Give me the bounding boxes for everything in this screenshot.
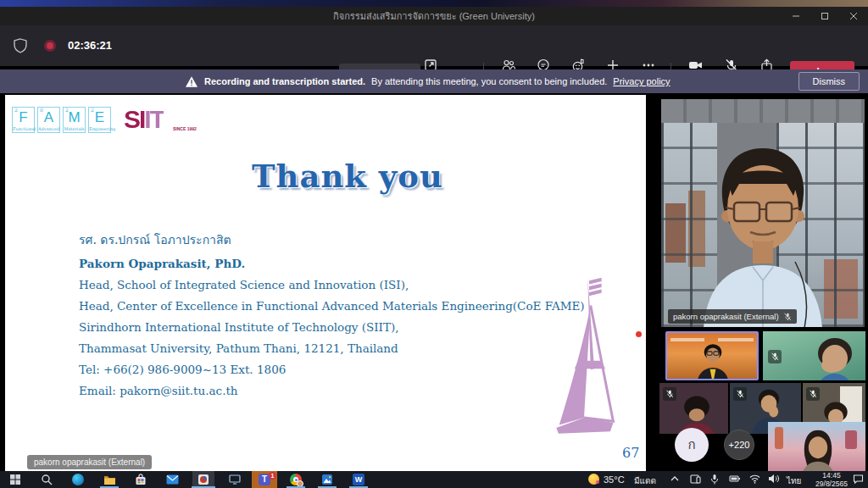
file-explorer-icon[interactable] xyxy=(98,471,120,488)
org-line-1: Sirindhorn International Institute of Te… xyxy=(79,320,587,334)
mic-muted-badge xyxy=(663,387,676,401)
recording-indicator-icon xyxy=(44,40,56,52)
battery-icon[interactable] xyxy=(729,474,741,484)
mic-muted-icon xyxy=(736,390,744,398)
teams-taskbar-icon[interactable]: T 1 xyxy=(252,471,277,488)
mic-muted-icon xyxy=(771,352,779,361)
speaker-portrait xyxy=(687,133,839,327)
name-english: Pakorn Opaprakasit, PhD. xyxy=(79,257,587,270)
teams-meeting-window: กิจกรรมส่งเสริมการจัดการขยะ (Green Unive… xyxy=(0,0,868,488)
search-button[interactable] xyxy=(36,471,58,488)
weather-sun-dot xyxy=(596,480,599,484)
capture-tool-icon[interactable] xyxy=(192,471,214,488)
fame-cell-word: Advanced xyxy=(38,127,59,131)
shared-screen-slide: 2 F Functional 0 A Advanced 2 M Material… xyxy=(5,95,646,471)
chevron-up-icon[interactable] xyxy=(670,474,680,484)
fame-logo-cell: 0 A Advanced xyxy=(37,107,60,133)
participant-portrait xyxy=(795,427,841,471)
role-line-1: Head, School of Integrated Science and I… xyxy=(79,278,587,291)
tray-mic-icon[interactable] xyxy=(709,474,720,485)
email-line: Email: pakorn@siit.tu.ac.th xyxy=(79,384,587,397)
media-app-icon xyxy=(198,474,209,485)
org-line-2: Thammasat University, Pathum Thani, 1212… xyxy=(79,341,587,355)
siit-since-text: SINCE 1992 xyxy=(173,126,197,131)
store-bag-icon xyxy=(135,474,147,485)
main-speaker-name-tag: pakorn opaprakasit (External) xyxy=(668,309,797,324)
chrome-icon[interactable] xyxy=(285,471,307,488)
participant-avatar[interactable]: ก xyxy=(675,428,709,462)
fame-cell-word: Materials xyxy=(64,127,85,131)
clock[interactable]: 14:45 29/8/2565 xyxy=(810,472,854,488)
word-tile: W xyxy=(353,474,364,485)
mic-muted-badge xyxy=(733,387,747,401)
weather-temperature[interactable]: 35°C xyxy=(604,474,625,485)
participants-panel: pakorn opaprakasit (External) xyxy=(659,93,868,471)
maximize-icon xyxy=(821,12,829,20)
speaker-icon[interactable] xyxy=(768,474,780,484)
mic-muted-badge xyxy=(768,350,782,363)
action-center-icon[interactable] xyxy=(853,474,864,485)
windows-taskbar: T 1 W 35°C มีแดด ไทย xyxy=(0,471,868,488)
video-background xyxy=(775,427,783,449)
window-controls xyxy=(782,7,868,25)
participant-video[interactable] xyxy=(768,422,865,471)
role-line-2: Head, Center of Excellence in Functional… xyxy=(79,299,587,313)
main-speaker-video[interactable]: pakorn opaprakasit (External) xyxy=(661,99,865,327)
start-button[interactable] xyxy=(4,471,26,488)
fame-cell-number: 2 xyxy=(65,108,69,113)
shield-icon xyxy=(12,37,29,54)
participant-portrait xyxy=(801,335,860,380)
folder-icon xyxy=(103,474,116,485)
close-icon xyxy=(849,12,858,20)
search-icon xyxy=(41,474,53,485)
mic-muted-icon xyxy=(783,313,792,321)
maximize-button[interactable] xyxy=(810,7,839,25)
mail-icon[interactable] xyxy=(161,471,183,488)
edge-browser-icon[interactable] xyxy=(67,471,89,488)
contact-block: รศ. ดร.ปกรณ์ โอภาประกาสิต Pakorn Opaprak… xyxy=(79,230,587,405)
call-toolbar: 02:36:21 Request control Pop out People … xyxy=(0,25,868,66)
remote-app-icon[interactable] xyxy=(224,471,246,488)
fame-cell-number: 2 xyxy=(91,108,94,113)
main-speaker-name: pakorn opaprakasit (External) xyxy=(673,312,779,321)
warning-icon xyxy=(185,75,198,88)
banner-title: Recording and transcription started. xyxy=(204,76,365,86)
monitor-icon xyxy=(229,474,241,485)
presenter-share-tag: pakorn opaprakasit (External) xyxy=(27,455,152,469)
fame-logo-cell: 2 E Engineering xyxy=(88,107,111,133)
photos-mountain-icon xyxy=(321,474,333,485)
meeting-timer: 02:36:21 xyxy=(68,39,112,52)
word-icon[interactable]: W xyxy=(348,471,370,488)
name-thai: รศ. ดร.ปกรณ์ โอภาประกาสิต xyxy=(79,230,587,249)
language-indicator[interactable]: ไทย xyxy=(787,474,801,487)
participant-video-active-speaker[interactable] xyxy=(665,331,759,380)
teams-notification-badge: 1 xyxy=(269,472,276,480)
store-icon[interactable] xyxy=(130,471,152,488)
photos-icon[interactable] xyxy=(316,471,338,488)
banner-message: By attending this meeting, you consent t… xyxy=(371,76,607,86)
fame-logo-cell: 2 F Functional xyxy=(12,107,35,133)
participant-portrait xyxy=(673,391,721,434)
overflow-participants-count[interactable]: +220 xyxy=(724,430,754,460)
video-background xyxy=(661,99,865,123)
fame-cell-number: 0 xyxy=(40,108,43,113)
title-bar: กิจกรรมส่งเสริมการจัดการขยะ (Green Unive… xyxy=(0,7,868,25)
your-phone-icon[interactable] xyxy=(690,474,701,485)
minimize-button[interactable] xyxy=(782,7,810,25)
laser-pointer-dot xyxy=(636,331,642,337)
privacy-policy-link[interactable]: Privacy policy xyxy=(613,76,670,86)
window-top-edge xyxy=(0,0,868,7)
participant-video[interactable] xyxy=(659,383,728,434)
mic-muted-badge xyxy=(806,387,820,401)
clock-date: 29/8/2565 xyxy=(810,480,854,488)
slide-title: Thank you xyxy=(5,158,646,195)
wifi-icon[interactable] xyxy=(749,474,760,484)
recording-banner: Recording and transcription started. By … xyxy=(0,69,868,93)
fame-logo: 2 F Functional 0 A Advanced 2 M Material… xyxy=(12,107,111,133)
participant-portrait xyxy=(691,340,735,380)
weather-description[interactable]: มีแดด xyxy=(634,474,656,487)
close-button[interactable] xyxy=(839,7,868,25)
dismiss-button[interactable]: Dismiss xyxy=(798,72,860,91)
participant-video[interactable] xyxy=(763,331,865,380)
envelope-icon xyxy=(166,474,179,485)
